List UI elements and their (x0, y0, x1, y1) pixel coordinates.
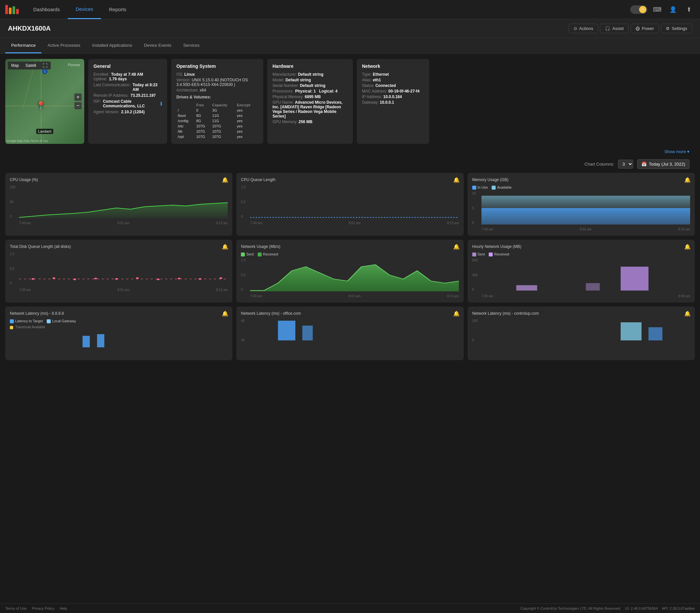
date-picker-button[interactable]: 📅 Today (Jul 3, 2022) (637, 159, 689, 169)
chart-grid: CPU Usage (%) 🔔 100 50 0 (5, 173, 695, 364)
theme-toggle[interactable]: ☀ (630, 5, 647, 14)
svg-marker-2 (481, 208, 690, 224)
latency-8888-svg (10, 329, 228, 349)
network-usage-svg (250, 258, 459, 291)
drive-row: /opt107G107Gyes (176, 134, 258, 139)
svg-rect-19 (97, 334, 104, 347)
hourly-network-alert-bell[interactable]: 🔔 (684, 244, 691, 250)
nav-reports[interactable]: Reports (101, 0, 134, 19)
svg-rect-23 (648, 327, 662, 340)
svg-marker-1 (481, 196, 690, 208)
traceroute-label: Traceroute Available (10, 325, 228, 329)
settings-button[interactable]: ⚙ Settings (661, 24, 692, 33)
logo-bar-red (5, 5, 8, 14)
hardware-title: Hardware (273, 64, 347, 69)
privacy-policy-link[interactable]: Privacy Policy (32, 607, 54, 610)
isp-row: ISP: Comcast Cable Communications, LLC ℹ (93, 99, 162, 108)
latency-controlup-alert-bell[interactable]: 🔔 (684, 311, 691, 317)
show-more-bar[interactable]: Show more ▾ (5, 148, 695, 157)
footer: Terms of Use Privacy Policy Help Copyrig… (0, 603, 700, 613)
svg-point-7 (94, 278, 97, 279)
network-info: Type: Ethernet Alias: eth1 Status: Conne… (362, 72, 424, 105)
tab-installed-applications[interactable]: Installed Applications (86, 38, 138, 53)
manufacturer-row: Manufacturer: Default string (273, 72, 347, 77)
map-view-button[interactable]: Map (8, 62, 22, 69)
tab-performance[interactable]: Performance (5, 38, 41, 53)
tab-device-events[interactable]: Device Events (138, 38, 177, 53)
svg-point-13 (220, 277, 222, 279)
version-row: Version: UNIX 5.15.0.40 (NOTOUCH OS 3.4.… (176, 78, 258, 87)
memory-svg (481, 192, 690, 224)
export-icon[interactable]: ⬆ (683, 4, 695, 15)
tab-services[interactable]: Services (177, 38, 206, 53)
svg-marker-14 (250, 265, 459, 291)
cpu-usage-alert-bell[interactable]: 🔔 (222, 177, 228, 183)
disk-queue-alert-bell[interactable]: 🔔 (222, 244, 228, 250)
latency-controlup-chart-area: 100 - 0 (472, 319, 690, 349)
satellite-view-button[interactable]: Satelli (22, 62, 39, 69)
memory-legend: In Use Available (472, 185, 690, 190)
remote-ip-row: Remote IP Address: 73.25.211.197 (93, 93, 162, 98)
nav-devices[interactable]: Devices (68, 0, 101, 19)
general-info-grid: Enrolled: Today at 7:48 AM Uptime: 1.79 … (93, 72, 162, 114)
top-navigation: Dashboards Devices Reports ☀ ⌨ 👤 ⬆ (0, 0, 700, 19)
logo-bar-green (13, 6, 15, 14)
assist-button[interactable]: 🎧 Assist (600, 24, 629, 33)
svg-point-9 (136, 277, 138, 279)
power-button[interactable]: ⏻ Power (631, 24, 659, 33)
hardware-card: Hardware Manufacturer: Default string Mo… (267, 59, 353, 144)
cpu-usage-chart: CPU Usage (%) 🔔 100 50 0 (5, 173, 232, 236)
settings-gear-icon: ⚙ (666, 26, 670, 31)
uptime-row: Uptime: 1.79 days (93, 77, 162, 81)
svg-point-12 (199, 278, 201, 280)
expand-map-button[interactable]: ⛶ (39, 62, 51, 69)
svg-rect-17 (586, 283, 599, 291)
device-header: AHKDX1600A ⊙ Actions 🎧 Assist ⏻ Power ⚙ … (0, 19, 700, 38)
assist-headset-icon: 🎧 (605, 26, 610, 31)
network-usage-alert-bell[interactable]: 🔔 (453, 244, 460, 250)
svg-rect-16 (621, 267, 649, 291)
nav-dashboards[interactable]: Dashboards (25, 0, 68, 19)
drives-table: Free Capacity Encrypt /03Gyes/boot8G11Gy… (176, 102, 258, 139)
drive-row: /etc107G107Gyes (176, 123, 258, 129)
info-row: Map Satelli ⛶ 5 Pioneer 📍 Lambert + − (5, 59, 695, 144)
tab-active-processes[interactable]: Active Processes (41, 38, 86, 53)
gpu-name-row: GPU Name: Advanced Micro Devices, Inc. [… (273, 100, 347, 118)
latency-8888-alert-bell[interactable]: 🔔 (222, 311, 228, 317)
cpu-queue-alert-bell[interactable]: 🔔 (453, 177, 460, 183)
os-title: Operating System (176, 64, 258, 69)
actions-button[interactable]: ⊙ Actions (569, 24, 598, 33)
chart-columns-select[interactable]: 3 2 1 (618, 160, 633, 169)
map-zoom-controls: + − (74, 93, 82, 109)
drive-row: /lib107G107Gyes (176, 129, 258, 134)
cpu-usage-svg (19, 185, 228, 218)
map-card: Map Satelli ⛶ 5 Pioneer 📍 Lambert + − (5, 59, 84, 144)
latency-office-alert-bell[interactable]: 🔔 (453, 311, 460, 317)
logo-bar-orange (9, 8, 12, 14)
info-icon: ℹ (160, 101, 162, 106)
zoom-out-button[interactable]: − (74, 102, 82, 109)
user-icon[interactable]: 👤 (667, 4, 679, 15)
memory-alert-bell[interactable]: 🔔 (684, 177, 691, 183)
agent-version-row: Agent Version: 2.10.2 (1284) (93, 109, 162, 114)
chart-controls: Chart Columns: 3 2 1 📅 Today (Jul 3, 202… (5, 157, 695, 173)
footer-links: Terms of Use Privacy Policy Help (5, 607, 67, 610)
disk-queue-chart: Total Disk Queue Length (all disks) 🔔 1.… (5, 240, 232, 302)
os-info: OS: Linux Version: UNIX 5.15.0.40 (NOTOU… (176, 72, 258, 139)
svg-point-4 (31, 278, 34, 280)
help-link[interactable]: Help (60, 607, 67, 610)
map-label-pioneer: Pioneer (68, 63, 80, 67)
logo (5, 5, 19, 14)
calendar-icon: 📅 (642, 162, 647, 167)
keyboard-icon[interactable]: ⌨ (651, 4, 663, 15)
disk-queue-svg (19, 252, 228, 285)
network-usage-chart-area: 1.0 0.5 0 (241, 258, 459, 298)
zoom-in-button[interactable]: + (74, 93, 82, 101)
terms-of-use-link[interactable]: Terms of Use (5, 607, 27, 610)
svg-rect-18 (83, 336, 90, 347)
network-card: Network Type: Ethernet Alias: eth1 Statu… (357, 59, 429, 144)
cpu-queue-svg (250, 185, 459, 218)
network-usage-chart: Network Usage (Mb/s) 🔔 Sent Received 1.0… (236, 240, 463, 302)
net-type-row: Type: Ethernet (362, 72, 424, 77)
net-status-row: Status: Connected (362, 83, 424, 88)
